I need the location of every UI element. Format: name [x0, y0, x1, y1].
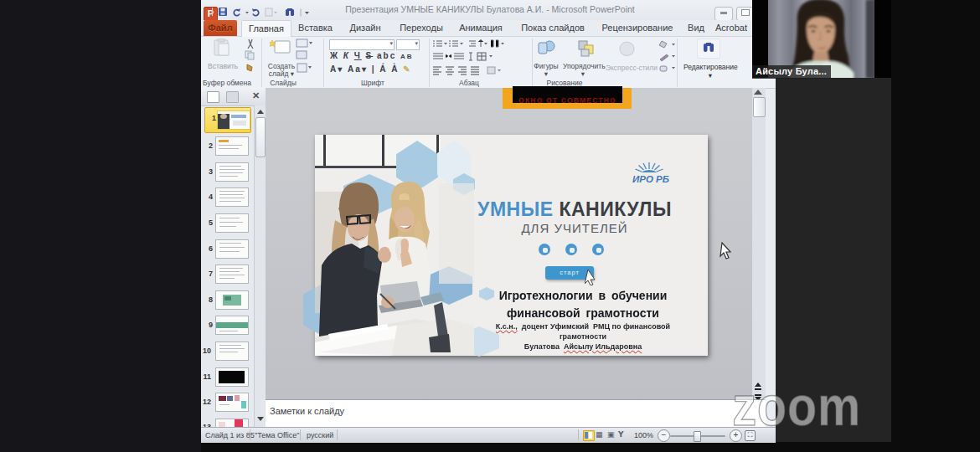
svg-text:ИРО РБ: ИРО РБ	[632, 174, 669, 184]
svg-text:zoom: zoom	[732, 381, 861, 437]
